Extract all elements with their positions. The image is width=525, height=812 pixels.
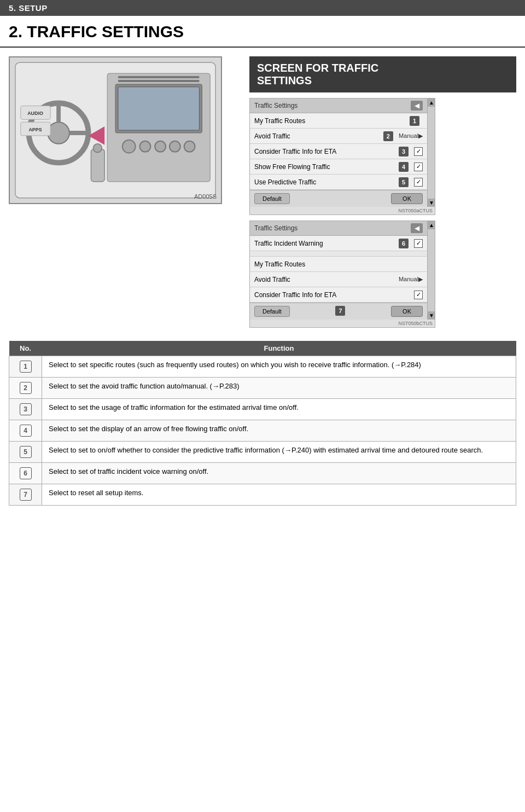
table-row: 4Select to set the display of an arrow o… <box>9 420 516 442</box>
screen1-watermark: NST050aCTUS <box>250 207 435 214</box>
screen1-row5-checkbox[interactable]: ✓ <box>414 178 423 187</box>
screen2-scrollbar: ▲ ▼ <box>427 221 435 320</box>
screen2-row-consider[interactable]: Consider Traffic Info for ETA ✓ <box>250 287 427 303</box>
table-row: 3Select to set the usage of traffic info… <box>9 399 516 420</box>
screen2-num7: 7 <box>335 306 345 316</box>
right-column: SCREEN FOR TRAFFIC SETTINGS Traffic Sett… <box>249 56 516 333</box>
screen1-ok-btn[interactable]: OK <box>391 193 423 204</box>
num-badge-table: 6 <box>20 467 32 479</box>
screen1-content: Traffic Settings ◀ My Traffic Routes 1 A… <box>250 98 435 207</box>
screen1-title: Traffic Settings <box>254 102 298 109</box>
traffic-screen-2: Traffic Settings ◀ Traffic Incident Warn… <box>249 221 435 328</box>
screen1-scrollbar: ▲ ▼ <box>427 98 435 207</box>
screen2-header: Traffic Settings ◀ <box>250 221 427 236</box>
table-row: 5Select to set to on/off whether to cons… <box>9 442 516 463</box>
screen1-num3: 3 <box>399 147 409 156</box>
screen1-default-btn[interactable]: Default <box>254 193 290 204</box>
screen2-row-avoid[interactable]: Avoid Traffic Manual▶ <box>250 272 427 287</box>
svg-rect-23 <box>118 80 199 82</box>
svg-text:AUDIO: AUDIO <box>27 111 43 116</box>
screen1-scroll-up[interactable]: ▲ <box>428 98 435 107</box>
page-title: 2. TRAFFIC SETTINGS <box>0 16 525 48</box>
screen2-row6-checkbox[interactable]: ✓ <box>414 239 423 248</box>
screen2-row-consider-checkbox[interactable]: ✓ <box>414 291 423 299</box>
car-image-label: AD005S <box>194 193 217 200</box>
screen2-scroll-up[interactable]: ▲ <box>428 221 435 229</box>
table-row-num: 4 <box>9 420 42 442</box>
svg-point-18 <box>170 141 180 152</box>
screen2-row-6[interactable]: Traffic Incident Warning 6 ✓ <box>250 236 427 251</box>
table-row-function: Select to set the avoid traffic function… <box>42 378 516 399</box>
table-row-function: Select to set of traffic incident voice … <box>42 463 516 484</box>
traffic-screen-1: Traffic Settings ◀ My Traffic Routes 1 A… <box>249 98 435 215</box>
screen1-row3-checkbox[interactable]: ✓ <box>414 147 423 156</box>
svg-point-6 <box>48 122 69 144</box>
function-table: No. Function 1Select to set specific rou… <box>9 341 516 506</box>
screen1-back-btn[interactable]: ◀ <box>411 101 423 111</box>
num-badge-table: 2 <box>20 382 32 394</box>
screen1-row4-checkbox[interactable]: ✓ <box>414 163 423 171</box>
screen1-row-4[interactable]: Show Free Flowing Traffic 4 ✓ <box>250 159 427 175</box>
screen2-watermark: NST050bCTUS <box>250 320 435 327</box>
table-row-function: Select to reset all setup items. <box>42 484 516 506</box>
screen2-row-routes[interactable]: My Traffic Routes <box>250 257 427 272</box>
table-row: 6Select to set of traffic incident voice… <box>9 463 516 484</box>
screen2-back-btn[interactable]: ◀ <box>411 223 423 233</box>
screen1-row1-label: My Traffic Routes <box>254 117 410 125</box>
svg-rect-22 <box>118 76 199 78</box>
screen1-row4-label: Show Free Flowing Traffic <box>254 163 399 171</box>
svg-point-21 <box>93 144 102 153</box>
svg-text:APPS: APPS <box>28 127 42 132</box>
table-row-function: Select to set to on/off whether to consi… <box>42 442 516 463</box>
screen1-num4: 4 <box>399 162 409 172</box>
num-badge-table: 1 <box>20 361 32 373</box>
screen2-footer: Default 7 OK <box>250 303 427 320</box>
table-row: 2Select to set the avoid traffic functio… <box>9 378 516 399</box>
table-row-num: 5 <box>9 442 42 463</box>
svg-point-19 <box>184 141 195 152</box>
table-row-function: Select to set the display of an arrow of… <box>42 420 516 442</box>
car-image-box: AUDIO APPS AD005S <box>9 56 222 204</box>
screen1-row5-label: Use Predictive Traffic <box>254 178 399 186</box>
svg-rect-4 <box>118 87 199 130</box>
table-row-num: 1 <box>9 356 42 378</box>
table-row-function: Select to set the usage of traffic infor… <box>42 399 516 420</box>
screen2-row-routes-label: My Traffic Routes <box>254 260 423 268</box>
screen2-num6: 6 <box>399 239 409 248</box>
screen1-num2: 2 <box>383 131 393 141</box>
num-badge-table: 5 <box>20 446 32 458</box>
table-row-num: 2 <box>9 378 42 399</box>
screen1-row2-label: Avoid Traffic <box>254 132 383 140</box>
num-badge-table: 3 <box>20 403 32 415</box>
table-col-no: No. <box>9 341 42 356</box>
screen1-row-2[interactable]: Avoid Traffic 2 Manual▶ <box>250 129 427 144</box>
table-row: 1Select to set specific routes (such as … <box>9 356 516 378</box>
screen1-row-1[interactable]: My Traffic Routes 1 <box>250 113 427 129</box>
screen1-rows: Traffic Settings ◀ My Traffic Routes 1 A… <box>250 98 427 207</box>
screen2-scroll-down[interactable]: ▼ <box>428 311 435 320</box>
svg-point-16 <box>140 141 151 152</box>
num-badge-table: 7 <box>20 489 32 501</box>
screen2-rows: Traffic Settings ◀ Traffic Incident Warn… <box>250 221 427 320</box>
screen2-row6-label: Traffic Incident Warning <box>254 240 399 247</box>
section-header: 5. SETUP <box>0 0 525 16</box>
main-content: AUDIO APPS AD005S <box>0 56 525 333</box>
table-row-num: 6 <box>9 463 42 484</box>
screen1-footer: Default OK <box>250 190 427 207</box>
svg-point-15 <box>122 140 136 153</box>
screen2-ok-btn[interactable]: OK <box>391 306 423 317</box>
screen1-row-3[interactable]: Consider Traffic Info for ETA 3 ✓ <box>250 144 427 159</box>
screen1-num5: 5 <box>399 177 409 187</box>
svg-rect-20 <box>91 149 104 182</box>
table-row-num: 7 <box>9 484 42 506</box>
screen2-row-avoid-value: Manual▶ <box>399 276 423 283</box>
table-row-function: Select to set specific routes (such as f… <box>42 356 516 378</box>
screen1-num1: 1 <box>410 116 419 126</box>
screen2-content: Traffic Settings ◀ Traffic Incident Warn… <box>250 221 435 320</box>
screen1-row-5[interactable]: Use Predictive Traffic 5 ✓ <box>250 175 427 190</box>
screen2-spacer <box>250 251 427 257</box>
function-table-section: No. Function 1Select to set specific rou… <box>0 341 525 506</box>
screen2-default-btn[interactable]: Default <box>254 306 290 317</box>
screen1-scroll-down[interactable]: ▼ <box>428 199 435 207</box>
screen1-header: Traffic Settings ◀ <box>250 98 427 113</box>
